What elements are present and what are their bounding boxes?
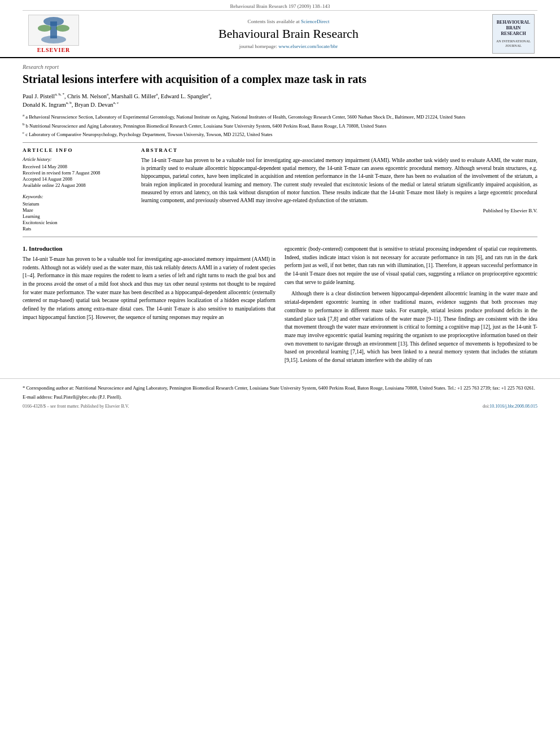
author4-sup: a bbox=[208, 92, 210, 97]
keyword-5: Rats bbox=[23, 226, 130, 231]
doi-text: doi:10.1016/j.bbr.2008.08.015 bbox=[483, 404, 537, 409]
journal-logo-line3: RESEARCH bbox=[501, 31, 526, 37]
received-revised-date: Received in revised form 7 August 2008 bbox=[23, 170, 130, 176]
authors-line: Paul J. Pistella, b, *, Chris M. Nelsona… bbox=[23, 92, 537, 109]
keyword-1: Striatum bbox=[23, 201, 130, 207]
history-label: Article history: bbox=[23, 156, 130, 162]
author1-name: Paul J. Pistell bbox=[23, 93, 55, 99]
author3-sup: a bbox=[156, 92, 158, 97]
author3-name: Marshall G. Miller bbox=[111, 93, 156, 99]
available-date: Available online 22 August 2008 bbox=[23, 182, 130, 188]
abstract-column: ABSTRACT The 14-unit T-maze has proven t… bbox=[141, 147, 537, 232]
intro-para1: The 14-unit T-maze has proven to be a va… bbox=[23, 255, 275, 322]
issn-text: 0166-4328/$ – see front matter. Publishe… bbox=[23, 404, 129, 409]
article-info-column: ARTICLE INFO Article history: Received 1… bbox=[23, 147, 130, 232]
svg-point-5 bbox=[56, 25, 69, 32]
intro-para3: Although there is a clear distinction be… bbox=[285, 290, 537, 364]
page: Behavioural Brain Research 197 (2009) 13… bbox=[0, 0, 560, 747]
contents-available: Contents lists available at ScienceDirec… bbox=[96, 19, 481, 24]
journal-homepage-link[interactable]: www.elsevier.com/locate/bbr bbox=[278, 43, 338, 49]
footnote-email: E-mail address: Paul.Pistell@pbrc.edu (P… bbox=[23, 394, 537, 401]
article-info-abstract: ARTICLE INFO Article history: Received 1… bbox=[23, 147, 537, 232]
affiliation-b: b b Nutritional Neuroscience and Aging L… bbox=[23, 121, 537, 129]
body-columns: 1. Introduction The 14-unit T-maze has p… bbox=[23, 245, 537, 368]
body-col-right: egocentric (body-centered) component tha… bbox=[285, 245, 537, 368]
article-info-heading: ARTICLE INFO bbox=[23, 147, 130, 153]
keyword-3: Learning bbox=[23, 213, 130, 219]
published-by: Published by Elsevier B.V. bbox=[141, 208, 537, 213]
intro-para2: egocentric (body-centered) component tha… bbox=[285, 245, 537, 287]
author2-name: Chris M. Nelson bbox=[67, 93, 107, 99]
article-footer: * Corresponding author at: Nutritional N… bbox=[0, 378, 560, 413]
journal-title: Behavioural Brain Research bbox=[96, 27, 481, 41]
article-title: Striatal lesions interfere with acquisit… bbox=[23, 72, 537, 86]
keywords-section: Keywords: Striatum Maze Learning Excitot… bbox=[23, 194, 130, 231]
keywords-list: Striatum Maze Learning Excitotoxic lesio… bbox=[23, 201, 130, 231]
author1-sup: a, b, * bbox=[55, 92, 64, 97]
affiliations: a a Behavioral Neuroscience Section, Lab… bbox=[23, 112, 537, 137]
banner-right: BEHAVIOURAL BRAIN RESEARCH AN INTERNATIO… bbox=[492, 14, 537, 54]
abstract-text: The 14-unit T-maze has proven to be a va… bbox=[141, 156, 537, 205]
received-date: Received 14 May 2008 bbox=[23, 164, 130, 169]
author4-name: Edward L. Spangler bbox=[161, 93, 208, 99]
author-email-link[interactable]: Paul.Pistell@pbrc.edu bbox=[54, 394, 97, 400]
intro-text-right: egocentric (body-centered) component tha… bbox=[285, 245, 537, 365]
footer-bottom: 0166-4328/$ – see front matter. Publishe… bbox=[23, 404, 537, 409]
keyword-2: Maze bbox=[23, 207, 130, 213]
divider-2 bbox=[23, 237, 537, 237]
abstract-heading: ABSTRACT bbox=[141, 147, 537, 153]
journal-citation: Behavioural Brain Research 197 (2009) 13… bbox=[230, 3, 330, 9]
journal-header: Behavioural Brain Research 197 (2009) 13… bbox=[23, 0, 537, 11]
affiliation-c: c c Laboratory of Comparative Neuropsych… bbox=[23, 130, 537, 138]
elsevier-logo-image bbox=[28, 15, 79, 46]
journal-logo-sub: AN INTERNATIONALJOURNAL bbox=[496, 40, 531, 49]
svg-point-4 bbox=[38, 25, 51, 32]
divider-1 bbox=[23, 142, 537, 143]
footnote-star: * Corresponding author at: Nutritional N… bbox=[23, 385, 537, 392]
elsevier-svg bbox=[29, 16, 78, 45]
intro-heading: 1. Introduction bbox=[23, 245, 275, 252]
banner-center: Contents lists available at ScienceDirec… bbox=[85, 19, 492, 49]
accepted-date: Accepted 14 August 2008 bbox=[23, 176, 130, 182]
keywords-label: Keywords: bbox=[23, 194, 130, 199]
intro-text-left: The 14-unit T-maze has proven to be a va… bbox=[23, 255, 275, 322]
elsevier-wordmark: ELSEVIER bbox=[37, 47, 71, 53]
journal-logo-line1: BEHAVIOURAL bbox=[497, 20, 530, 25]
doi-link[interactable]: 10.1016/j.bbr.2008.08.015 bbox=[489, 404, 537, 409]
banner: ELSEVIER Contents lists available at Sci… bbox=[0, 11, 560, 58]
body-col-left: 1. Introduction The 14-unit T-maze has p… bbox=[23, 245, 275, 368]
author5-sup: a, b bbox=[66, 101, 72, 105]
author5-name: Donald K. Ingram bbox=[23, 102, 66, 108]
sciencedirect-link[interactable]: ScienceDirect bbox=[301, 19, 329, 24]
keyword-4: Excitotoxic lesion bbox=[23, 220, 130, 225]
elsevier-logo: ELSEVIER bbox=[23, 15, 85, 53]
author6-name: Bryan D. Devan bbox=[75, 102, 113, 108]
journal-logo-line2: BRAIN bbox=[506, 25, 521, 31]
article-content: Research report Striatal lesions interfe… bbox=[0, 58, 560, 374]
journal-homepage: journal homepage: www.elsevier.com/locat… bbox=[96, 43, 481, 49]
author6-sup: a, c bbox=[113, 101, 119, 105]
author2-sup: a bbox=[107, 92, 108, 97]
elsevier-logo-area: ELSEVIER bbox=[23, 15, 85, 53]
journal-logo-box: BEHAVIOURAL BRAIN RESEARCH AN INTERNATIO… bbox=[492, 14, 535, 54]
svg-point-3 bbox=[41, 36, 66, 43]
article-type: Research report bbox=[23, 64, 537, 70]
affiliation-a: a a Behavioral Neuroscience Section, Lab… bbox=[23, 112, 537, 120]
